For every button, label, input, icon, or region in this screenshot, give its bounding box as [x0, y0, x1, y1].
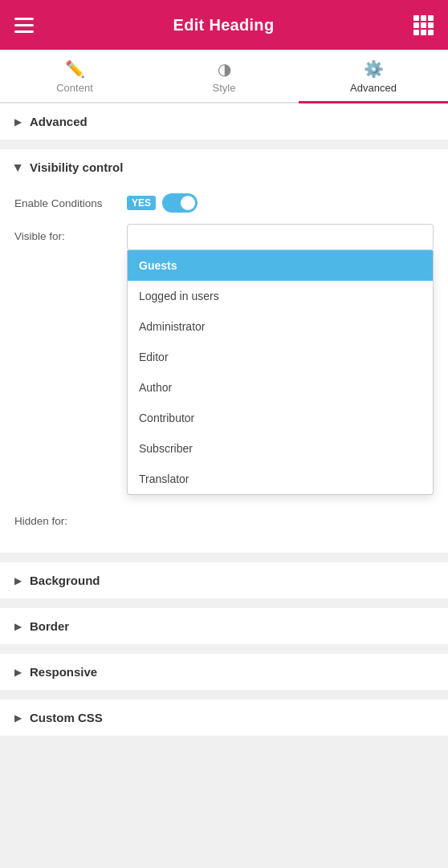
dropdown-item-translator[interactable]: Translator — [128, 464, 433, 494]
advanced-arrow-icon: ▶ — [14, 116, 22, 128]
gear-icon: ⚙️ — [364, 61, 384, 77]
responsive-section-header[interactable]: ▶ Responsive — [0, 654, 448, 690]
tab-content[interactable]: ✏️ Content — [0, 50, 149, 102]
tab-style-label: Style — [213, 82, 236, 94]
dropdown-item-administrator[interactable]: Administrator — [128, 311, 433, 342]
responsive-arrow-icon: ▶ — [14, 667, 22, 678]
visible-for-input[interactable] — [127, 224, 434, 250]
toggle-wrap: YES — [127, 193, 198, 213]
border-section: ▶ Border — [0, 608, 448, 644]
background-section-header[interactable]: ▶ Background — [0, 562, 448, 598]
dropdown-item-author[interactable]: Author — [128, 372, 433, 403]
visible-for-dropdown-wrap: Guests Logged in users Administrator Edi… — [127, 224, 434, 250]
visibility-section: ▶ Visibility control Enable Conditions Y… — [0, 149, 448, 553]
responsive-section: ▶ Responsive — [0, 654, 448, 690]
customcss-arrow-icon: ▶ — [14, 712, 22, 724]
customcss-section: ▶ Custom CSS — [0, 700, 448, 736]
border-arrow-icon: ▶ — [14, 621, 22, 632]
visible-for-label: Visible for: — [14, 224, 127, 242]
dropdown-item-subscriber[interactable]: Subscriber — [128, 433, 433, 464]
hamburger-menu-icon[interactable] — [14, 18, 34, 33]
hidden-for-label: Hidden for: — [14, 515, 127, 527]
tab-style[interactable]: ◑ Style — [149, 50, 299, 102]
background-section-title: Background — [30, 574, 100, 587]
advanced-section-title: Advanced — [30, 115, 88, 128]
tab-content-label: Content — [56, 82, 93, 94]
customcss-section-header[interactable]: ▶ Custom CSS — [0, 700, 448, 736]
app-header: Edit Heading — [0, 0, 448, 50]
enable-conditions-row: Enable Conditions YES — [14, 193, 434, 213]
customcss-section-title: Custom CSS — [30, 711, 103, 724]
border-section-title: Border — [30, 619, 69, 633]
tab-advanced[interactable]: ⚙️ Advanced — [299, 50, 448, 102]
advanced-section-header[interactable]: ▶ Advanced — [0, 103, 448, 140]
tab-advanced-label: Advanced — [350, 82, 397, 94]
dropdown-list: Guests Logged in users Administrator Edi… — [127, 250, 434, 495]
hidden-for-row: Hidden for: — [14, 515, 434, 527]
page-title: Edit Heading — [173, 16, 275, 34]
toggle-yes-label: YES — [127, 196, 156, 210]
enable-conditions-label: Enable Conditions — [14, 197, 127, 209]
dropdown-item-editor[interactable]: Editor — [128, 342, 433, 372]
visibility-section-title: Visibility control — [30, 160, 123, 174]
advanced-section: ▶ Advanced — [0, 103, 448, 140]
visible-for-row: Visible for: Guests Logged in users Admi… — [14, 224, 434, 250]
background-arrow-icon: ▶ — [14, 575, 22, 586]
enable-conditions-toggle[interactable] — [162, 193, 198, 213]
dropdown-item-guests[interactable]: Guests — [128, 250, 433, 281]
tab-bar: ✏️ Content ◑ Style ⚙️ Advanced — [0, 50, 448, 103]
border-section-header[interactable]: ▶ Border — [0, 608, 448, 644]
background-section: ▶ Background — [0, 562, 448, 598]
visibility-arrow-icon: ▶ — [13, 164, 24, 171]
visibility-section-header[interactable]: ▶ Visibility control — [0, 149, 448, 185]
responsive-section-title: Responsive — [30, 665, 97, 679]
grid-menu-icon[interactable] — [413, 15, 434, 35]
dropdown-item-logged-in[interactable]: Logged in users — [128, 281, 433, 311]
visibility-section-content: Enable Conditions YES Visible for: Guest… — [0, 185, 448, 553]
dropdown-item-contributor[interactable]: Contributor — [128, 403, 433, 433]
half-circle-icon: ◑ — [218, 61, 231, 77]
pencil-icon: ✏️ — [65, 61, 85, 77]
